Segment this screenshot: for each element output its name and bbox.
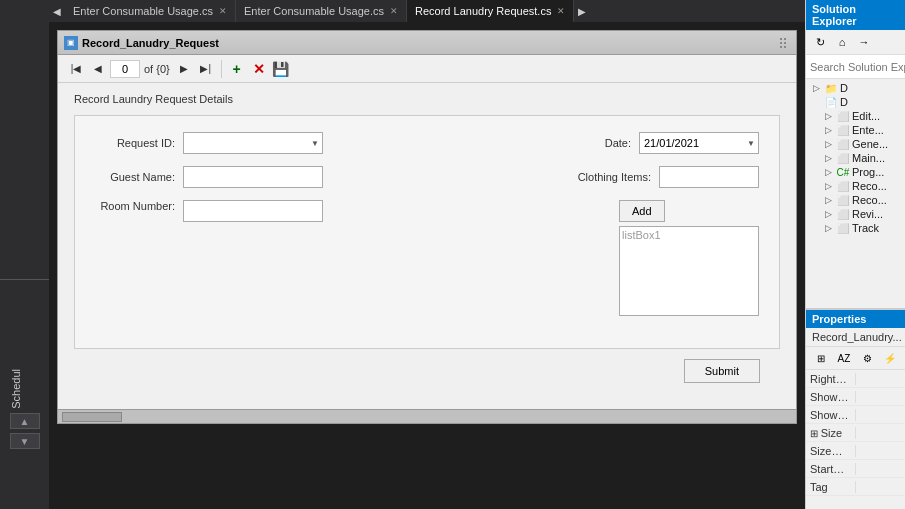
clothing-items-label: Clothing Items: [571,171,651,183]
nav-last-btn[interactable]: ▶| [196,59,216,79]
tabs-scroll-left[interactable]: ◀ [49,0,65,22]
prop-right-to-left: RightToLeftLa... [806,370,905,388]
se-item-edit[interactable]: ▷ ⬜ Edit... [806,109,905,123]
tab-label: Enter Consumable Usage.cs [244,5,384,17]
se-item-text: Edit... [852,110,880,122]
listbox-label: listBox1 [622,229,661,241]
code-icon: C# [836,166,850,178]
expand-icon: ▷ [810,82,822,94]
expand-icon: ▷ [822,152,834,164]
prop-object-name: Record_Lanudry... [806,328,905,347]
tabs-bar: ◀ Enter Consumable Usage.cs ✕ Enter Cons… [49,0,805,22]
tab-close-icon[interactable]: ✕ [557,6,565,16]
form-title-bar: ▣ Record_Lanudry_Request [58,31,796,55]
room-number-label: Room Number: [95,200,175,212]
tab-record-lanudry-design[interactable]: Record Lanudry Request.cs ✕ [407,0,574,22]
up-arrow-icon: ▲ [20,416,30,427]
left-sidebar-bottom: ▲ ▼ Schedul [0,280,49,509]
se-item-text: Revi... [852,208,883,220]
form-body: Record Laundry Request Details Request I… [58,83,796,409]
form-icon: ⬜ [836,152,850,164]
se-refresh-btn[interactable]: ↻ [810,33,830,51]
expand-icon: ▷ [822,222,834,234]
file-icon: 📁 [824,82,838,94]
prop-size-grip-style: SizeGripStyle [806,442,905,460]
nav-first-btn[interactable]: |◀ [66,59,86,79]
nav-position-input[interactable]: 0 [110,60,140,78]
properties-header: Properties [806,310,905,328]
se-item-reco2[interactable]: ▷ ⬜ Reco... [806,193,905,207]
date-label: Date: [551,137,631,149]
form-section-title: Record Laundry Request Details [74,93,780,105]
prop-events-btn[interactable]: ⚡ [880,349,901,367]
se-item-prog[interactable]: ▷ C# Prog... [806,165,905,179]
prop-name: RightToLeftLa... [806,373,856,385]
se-item-text: Reco... [852,194,887,206]
se-home-btn[interactable]: ⌂ [832,33,852,51]
add-button[interactable]: Add [619,200,665,222]
tab-close-icon[interactable]: ✕ [219,6,227,16]
se-item-d2[interactable]: 📄 D [806,95,905,109]
se-nav-btn[interactable]: → [854,33,874,51]
se-item-text: Ente... [852,124,884,136]
left-sidebar: ▲ ▼ Schedul [0,0,49,509]
form-icon-symbol: ▣ [67,38,75,47]
se-item-gene[interactable]: ▷ ⬜ Gene... [806,137,905,151]
listbox[interactable]: listBox1 [619,226,759,316]
scrollbar-thumb[interactable] [62,412,122,422]
prop-toolbar: ⊞ AZ ⚙ ⚡ [806,347,905,370]
se-search-input[interactable] [810,61,905,73]
guest-name-input[interactable] [183,166,323,188]
down-arrow-icon: ▼ [20,436,30,447]
se-item-text: D [840,82,848,94]
tab-close-icon[interactable]: ✕ [390,6,398,16]
se-item-text: Track [852,222,879,234]
guest-name-label: Guest Name: [95,171,175,183]
prop-props-btn[interactable]: ⚙ [857,349,878,367]
tab-label: Record Lanudry Request.cs [415,5,551,17]
nav-add-btn[interactable]: + [227,59,247,79]
clothing-items-input[interactable] [659,166,759,188]
se-item-d1[interactable]: ▷ 📁 D [806,81,905,95]
tab-enter-consumable[interactable]: Enter Consumable Usage.cs ✕ [236,0,407,22]
se-item-text: Prog... [852,166,884,178]
room-number-input[interactable] [183,200,323,222]
date-select-wrapper: 21/01/2021 [639,132,759,154]
tabs-scroll-right[interactable]: ▶ [574,0,590,22]
nav-save-btn[interactable]: 💾 [271,59,291,79]
form-row-room-number: Room Number: Add listBox1 [95,200,759,316]
bottom-scrollbar[interactable] [58,409,796,423]
form-icon: ⬜ [836,222,850,234]
expand-icon: ▷ [822,166,834,178]
properties-panel: Properties Record_Lanudry... ⊞ AZ ⚙ ⚡ Ri… [806,309,905,509]
request-id-select[interactable] [183,132,323,154]
nav-bar: |◀ ◀ 0 of {0} ▶ ▶| + ✕ 💾 [58,55,796,83]
sidebar-scroll-up[interactable]: ▲ [10,413,40,429]
date-select[interactable]: 21/01/2021 [639,132,759,154]
se-item-main[interactable]: ▷ ⬜ Main... [806,151,905,165]
nav-next-btn[interactable]: ▶ [174,59,194,79]
se-item-text: Gene... [852,138,888,150]
form-icon: ⬜ [836,110,850,122]
se-item-track[interactable]: ▷ ⬜ Track [806,221,905,235]
se-item-reco1[interactable]: ▷ ⬜ Reco... [806,179,905,193]
prop-sort-alpha-btn[interactable]: AZ [833,349,854,367]
submit-button[interactable]: Submit [684,359,760,383]
tab-enter-consumable-design[interactable]: Enter Consumable Usage.cs ✕ [65,0,236,22]
form-icon: ⬜ [836,208,850,220]
prop-show-icon: ShowIcon [806,388,905,406]
nav-delete-btn[interactable]: ✕ [249,59,269,79]
file-icon: 📄 [824,96,838,108]
se-item-enter[interactable]: ▷ ⬜ Ente... [806,123,905,137]
se-item-revi[interactable]: ▷ ⬜ Revi... [806,207,905,221]
form-resize-handle[interactable] [780,35,792,51]
nav-prev-btn[interactable]: ◀ [88,59,108,79]
se-item-text: D [840,96,848,108]
sidebar-scroll-down[interactable]: ▼ [10,433,40,449]
form-icon: ⬜ [836,138,850,150]
form-window: ▣ Record_Lanudry_Request |◀ [57,30,797,424]
prop-name: StartPosition [806,463,856,475]
form-title-text: Record_Lanudry_Request [82,37,219,49]
prop-sort-category-btn[interactable]: ⊞ [810,349,831,367]
prop-name: Size [806,427,856,439]
